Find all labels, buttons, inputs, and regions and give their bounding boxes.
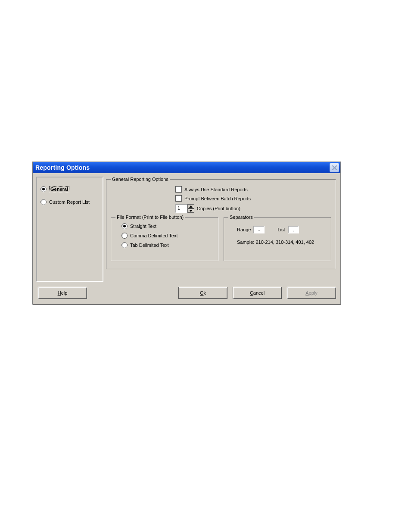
always-use-standard-reports-checkbox[interactable]: Always Use Standard Reports [175,186,331,193]
copies-input[interactable]: 1 [175,204,187,213]
separators-group: Separators Range List Sample: 210-2 [224,215,331,261]
checkbox-label: Prompt Between Batch Reports [184,196,251,201]
copies-spinner: 1 [175,204,194,213]
radio-icon [40,199,47,205]
ok-button[interactable]: Ok [178,287,227,299]
mnemonic: C [250,290,253,296]
titlebar: Reporting Options [33,162,340,173]
separator-sample: Sample: 210-214, 310-314, 401, 402 [237,240,327,245]
button-rest: pply [309,290,318,296]
range-label: Range [237,227,251,232]
sub-groups-row: File Format (Print to File button) Strai… [111,213,331,264]
prompt-between-batch-reports-checkbox[interactable]: Prompt Between Batch Reports [175,195,331,202]
help-button[interactable]: Help [38,287,87,299]
checkbox-icon [175,195,182,202]
option-label: Straight Text [130,224,156,229]
list-label: List [277,227,285,232]
group-legend: General Reporting Options [111,177,170,182]
option-label: Comma Delimited Text [130,233,177,238]
radio-icon [121,223,128,229]
category-label: General [49,186,69,192]
option-label: Tab Delimited Text [130,243,169,248]
file-format-group: File Format (Print to File button) Strai… [111,215,218,261]
file-format-straight-text[interactable]: Straight Text [121,223,214,229]
copies-row: 1 Copies (Print button) [175,204,331,213]
file-format-comma-delimited[interactable]: Comma Delimited Text [121,233,214,239]
chevron-up-icon [189,205,193,208]
category-general[interactable]: General [40,186,99,192]
group-legend: Separators [228,215,254,220]
category-sidebar: General Custom Report List [36,177,103,282]
range-separator-input[interactable] [253,226,265,233]
close-icon [332,165,337,170]
general-reporting-options-group: General Reporting Options Always Use Sta… [106,177,336,269]
mnemonic: H [58,290,61,296]
button-rest: k [204,290,206,296]
file-format-tab-delimited[interactable]: Tab Delimited Text [121,242,214,248]
dialog-title: Reporting Options [35,164,90,171]
radio-icon [121,233,128,239]
radio-icon [121,242,128,248]
copies-step-up-button[interactable] [187,204,194,208]
chevron-down-icon [189,210,193,212]
copies-label: Copies (Print button) [197,206,240,211]
mnemonic: O [200,290,204,296]
button-rest: ancel [253,290,265,296]
checkbox-label: Always Use Standard Reports [184,187,248,192]
close-button[interactable] [330,163,339,172]
reporting-options-dialog: Reporting Options General Custom Report … [32,162,341,305]
cancel-button[interactable]: Cancel [233,287,282,299]
dialog-buttons: Help Ok Cancel Apply [33,283,340,304]
copies-step-down-button[interactable] [187,208,194,213]
mnemonic: A [305,290,308,296]
category-label: Custom Report List [49,199,90,205]
list-separator-input[interactable] [288,226,299,233]
button-rest: elp [61,290,68,296]
category-custom-report-list[interactable]: Custom Report List [40,199,99,205]
main-panel: General Reporting Options Always Use Sta… [105,173,340,283]
group-legend: File Format (Print to File button) [115,215,185,220]
general-options-block: Always Use Standard Reports Prompt Betwe… [175,186,331,213]
checkbox-icon [175,186,182,193]
dialog-body: General Custom Report List General Repor… [33,173,340,283]
apply-button[interactable]: Apply [287,287,336,299]
radio-icon [40,186,47,192]
